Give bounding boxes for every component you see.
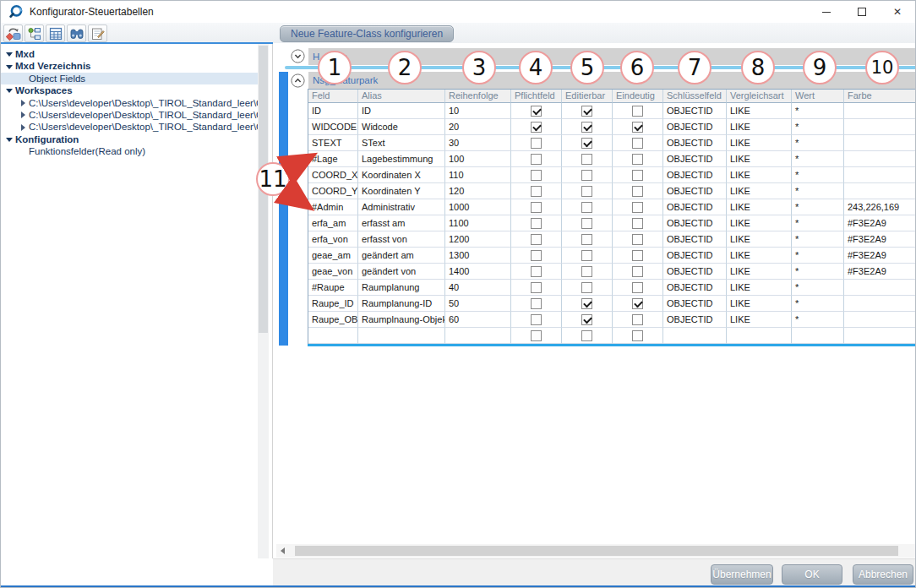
vergleichsart-cell[interactable]: LIKE bbox=[727, 280, 792, 296]
schluesselfeld-cell[interactable]: OBJECTID bbox=[663, 151, 727, 167]
expand-group-button[interactable] bbox=[291, 74, 305, 88]
vergleichsart-cell[interactable]: LIKE bbox=[727, 264, 792, 280]
eindeutig-cell[interactable] bbox=[613, 119, 663, 135]
table-horizontal-scrollbar[interactable] bbox=[276, 544, 916, 558]
column-header-farbe[interactable]: Farbe bbox=[844, 90, 915, 103]
tree-item-funktionsfelder[interactable]: Funktionsfelder(Read only) bbox=[1, 145, 258, 157]
scroll-left-icon[interactable] bbox=[281, 547, 285, 554]
pflichtfeld-checkbox[interactable] bbox=[531, 298, 542, 309]
wert-cell[interactable]: * bbox=[792, 280, 844, 296]
editierbar-cell[interactable] bbox=[562, 328, 613, 344]
feld-cell[interactable]: Raupe_ID bbox=[308, 296, 358, 312]
pflichtfeld-cell[interactable] bbox=[511, 328, 562, 344]
editierbar-checkbox[interactable] bbox=[581, 250, 592, 261]
editierbar-cell[interactable] bbox=[562, 151, 613, 167]
triangle-expanded-icon[interactable] bbox=[5, 84, 15, 96]
tree-item-workspace-path-3[interactable]: C:\Users\developer\Desktop\_TIROL_Standa… bbox=[1, 121, 258, 133]
sync-layers-button[interactable] bbox=[3, 24, 23, 42]
pflichtfeld-checkbox[interactable] bbox=[531, 202, 542, 213]
eindeutig-checkbox[interactable] bbox=[632, 186, 643, 197]
pflichtfeld-checkbox[interactable] bbox=[531, 330, 542, 341]
vergleichsart-cell[interactable]: LIKE bbox=[727, 119, 792, 135]
schluesselfeld-cell[interactable] bbox=[663, 328, 727, 344]
eindeutig-cell[interactable] bbox=[613, 296, 663, 312]
pflichtfeld-cell[interactable] bbox=[511, 264, 562, 280]
pflichtfeld-checkbox[interactable] bbox=[531, 138, 542, 149]
editierbar-cell[interactable] bbox=[562, 280, 613, 296]
schluesselfeld-cell[interactable]: OBJECTID bbox=[663, 119, 727, 135]
farbe-cell[interactable]: 243,226,169 bbox=[844, 199, 915, 215]
schluesselfeld-cell[interactable]: OBJECTID bbox=[663, 280, 727, 296]
farbe-cell[interactable] bbox=[844, 296, 915, 312]
farbe-cell[interactable] bbox=[844, 135, 915, 151]
pflichtfeld-cell[interactable] bbox=[511, 151, 562, 167]
wert-cell[interactable]: * bbox=[792, 215, 844, 231]
editierbar-checkbox[interactable] bbox=[581, 298, 592, 309]
eindeutig-cell[interactable] bbox=[613, 248, 663, 264]
reihenfolge-cell[interactable]: 1400 bbox=[445, 264, 511, 280]
editierbar-cell[interactable] bbox=[562, 231, 613, 248]
farbe-cell[interactable]: #F3E2A9 bbox=[844, 215, 915, 231]
eindeutig-cell[interactable] bbox=[613, 151, 663, 167]
pflichtfeld-checkbox[interactable] bbox=[531, 250, 542, 261]
wert-cell[interactable]: * bbox=[792, 296, 844, 312]
minimize-button[interactable] bbox=[809, 1, 844, 23]
eindeutig-checkbox[interactable] bbox=[632, 218, 643, 229]
pflichtfeld-cell[interactable] bbox=[511, 231, 562, 248]
eindeutig-checkbox[interactable] bbox=[632, 314, 643, 325]
pflichtfeld-cell[interactable] bbox=[511, 248, 562, 264]
alias-cell[interactable]: Administrativ bbox=[358, 199, 445, 215]
schluesselfeld-cell[interactable]: OBJECTID bbox=[663, 231, 727, 248]
alias-cell[interactable]: Raumplanung bbox=[358, 280, 445, 296]
schluesselfeld-cell[interactable]: OBJECTID bbox=[663, 135, 727, 151]
eindeutig-cell[interactable] bbox=[613, 103, 663, 119]
eindeutig-checkbox[interactable] bbox=[632, 250, 643, 261]
vergleichsart-cell[interactable]: LIKE bbox=[727, 296, 792, 312]
farbe-cell[interactable] bbox=[844, 312, 915, 328]
tree-item-mxd-verzeichnis[interactable]: Mxd Verzeichnis bbox=[1, 60, 258, 72]
column-header-feld[interactable]: Feld bbox=[308, 90, 358, 103]
column-header-eindeutig[interactable]: Eindeutig bbox=[613, 90, 663, 103]
editierbar-checkbox[interactable] bbox=[581, 314, 592, 325]
reihenfolge-cell[interactable]: 100 bbox=[445, 151, 511, 167]
triangle-collapsed-icon[interactable] bbox=[19, 109, 29, 121]
farbe-cell[interactable] bbox=[844, 167, 915, 183]
alias-cell[interactable]: Lagebestimmung bbox=[358, 151, 445, 167]
reihenfolge-cell[interactable]: 1200 bbox=[445, 231, 511, 248]
reihenfolge-cell[interactable]: 30 bbox=[445, 135, 511, 151]
schluesselfeld-cell[interactable]: OBJECTID bbox=[663, 264, 727, 280]
tree-item-workspace-path-2[interactable]: C:\Users\developer\Desktop\_TIROL_Standa… bbox=[1, 109, 258, 121]
eindeutig-cell[interactable] bbox=[613, 280, 663, 296]
pflichtfeld-checkbox[interactable] bbox=[531, 282, 542, 293]
editierbar-checkbox[interactable] bbox=[581, 330, 592, 341]
wert-cell[interactable]: * bbox=[792, 248, 844, 264]
alias-cell[interactable]: Widcode bbox=[358, 119, 445, 135]
editierbar-checkbox[interactable] bbox=[581, 154, 592, 165]
schluesselfeld-cell[interactable]: OBJECTID bbox=[663, 215, 727, 231]
column-header-editierbar[interactable]: Editierbar bbox=[562, 90, 613, 103]
tree-item-workspaces[interactable]: Workspaces bbox=[1, 84, 258, 96]
editierbar-checkbox[interactable] bbox=[581, 186, 592, 197]
scrollbar-thumb[interactable] bbox=[295, 546, 898, 556]
column-header-vergleichsart[interactable]: Vergleichsart bbox=[727, 90, 792, 103]
vergleichsart-cell[interactable] bbox=[727, 328, 792, 344]
feld-cell[interactable]: geae_von bbox=[308, 264, 358, 280]
alias-cell[interactable]: Koordinaten X bbox=[358, 167, 445, 183]
eindeutig-cell[interactable] bbox=[613, 312, 663, 328]
farbe-cell[interactable]: #F3E2A9 bbox=[844, 264, 915, 280]
wert-cell[interactable]: * bbox=[792, 119, 844, 135]
farbe-cell[interactable]: #F3E2A9 bbox=[844, 248, 915, 264]
alias-cell[interactable]: Koordinaten Y bbox=[358, 183, 445, 199]
pflichtfeld-cell[interactable] bbox=[511, 296, 562, 312]
feld-cell[interactable]: Raupe_OBJ bbox=[308, 312, 358, 328]
editierbar-cell[interactable] bbox=[562, 103, 613, 119]
eindeutig-cell[interactable] bbox=[613, 264, 663, 280]
table-calculator-button[interactable] bbox=[46, 24, 65, 42]
alias-cell[interactable] bbox=[358, 328, 445, 344]
editierbar-checkbox[interactable] bbox=[581, 218, 592, 229]
eindeutig-checkbox[interactable] bbox=[632, 170, 643, 181]
eindeutig-checkbox[interactable] bbox=[632, 298, 643, 309]
new-feature-class-button[interactable]: Neue Feature-Class konfigurieren bbox=[280, 25, 454, 42]
alias-cell[interactable]: Raumplnaung-Objekt bbox=[358, 312, 445, 328]
pflichtfeld-cell[interactable] bbox=[511, 183, 562, 199]
